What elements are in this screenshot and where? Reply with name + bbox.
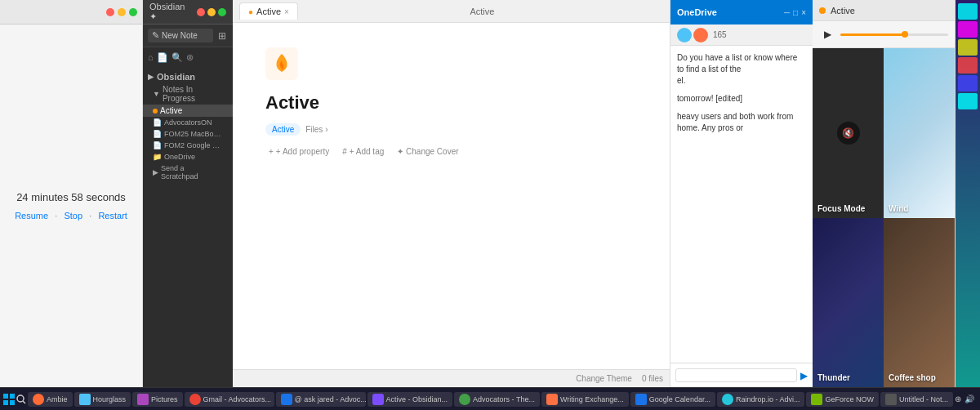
avatar-1	[677, 28, 692, 42]
thunder-bg	[813, 218, 884, 388]
thunder-label: Thunder	[817, 373, 850, 382]
obsidian-file-tree: ▶ Obsidian ▼ Notes In Progress Active 📄 …	[143, 67, 233, 387]
obs-max-btn[interactable]	[218, 8, 226, 16]
new-note-btn[interactable]: ✎ New Note	[148, 29, 213, 42]
obs-home-icon[interactable]: ⌂	[148, 52, 154, 62]
obsidian-tab-bar: ● Active × Active	[233, 0, 670, 23]
taskbar-app-calendar[interactable]: Google Calendar...	[630, 392, 715, 407]
tree-item-fom25[interactable]: 📄 FOM25 MacBook No...	[143, 128, 233, 140]
tree-item-active[interactable]: Active	[143, 105, 233, 117]
ambient-card-coffee[interactable]: Coffee shop	[884, 218, 955, 388]
timer-separator: ·	[55, 210, 57, 221]
taskbar-app-obsidian[interactable]: Active - Obsidian...	[368, 392, 453, 407]
chevron-down-icon: ▶	[148, 73, 154, 81]
tree-item-onedrive[interactable]: 📁 OneDrive	[143, 151, 233, 163]
hourglass-icon	[79, 394, 91, 405]
file-label: FOM25 MacBook No...	[164, 130, 223, 138]
gmail-icon	[189, 394, 201, 405]
taskbar-app-pictures[interactable]: Pictures	[132, 392, 183, 407]
deco-stripe-4	[958, 57, 978, 74]
wind-label: Wind	[889, 204, 908, 213]
timer-max-btn[interactable]	[129, 8, 137, 16]
chat-max-btn[interactable]: □	[793, 8, 798, 17]
chat-msg-1-text: Do you have a list or know where to find…	[677, 53, 797, 74]
note-tag-active[interactable]: Active	[265, 123, 301, 136]
obs-settings-btn[interactable]: ⊞	[216, 29, 228, 43]
obs-graph-icon[interactable]: ⊗	[186, 52, 194, 63]
taskbar-app-ambie[interactable]: Ambie	[28, 392, 73, 407]
timer-resume-btn[interactable]: Resume	[15, 210, 48, 221]
files-tab-btn[interactable]: Files ›	[305, 125, 327, 134]
timer-stop-btn[interactable]: Stop	[64, 210, 82, 221]
taskbar-app-hourglass[interactable]: Hourglass	[74, 392, 131, 407]
untitled-label: Untitled - Not...	[899, 395, 948, 403]
jared-icon	[281, 394, 292, 405]
participant-count: 165	[713, 30, 727, 39]
tree-item-notes-progress[interactable]: ▼ Notes In Progress	[143, 83, 233, 105]
geforce-icon	[811, 394, 822, 405]
timer-min-btn[interactable]	[118, 8, 126, 16]
gmail-label: Gmail - Advocators...	[203, 395, 272, 403]
volume-icon[interactable]: 🔊	[964, 394, 974, 403]
file-icon: 📄	[153, 141, 162, 149]
timer-separator2: ·	[89, 210, 91, 221]
focus-mode-bg: 🔇	[813, 48, 884, 218]
coffee-label: Coffee shop	[889, 373, 936, 382]
chat-input-field[interactable]	[675, 368, 797, 382]
taskbar-app-raindrop[interactable]: Raindrop.io - Advi...	[717, 392, 805, 407]
taskbar-right: ⊛ 🔊 🔋 10:41 AM 6/30/2023	[955, 391, 980, 408]
obsidian-main-content: ● Active × Active Active Active Files › …	[233, 0, 670, 387]
timer-controls: Resume · Stop · Restart	[15, 210, 127, 221]
taskbar-app-writing[interactable]: Writing Exchange...	[541, 392, 629, 407]
tree-item-advocators-on[interactable]: 📄 AdvocatorsON	[143, 117, 233, 128]
new-note-label: New Note	[162, 31, 198, 40]
taskbar-app-advocators[interactable]: Advocators - The...	[454, 392, 540, 407]
participant-avatars	[677, 28, 708, 42]
taskbar-search-btn[interactable]	[16, 390, 26, 409]
add-tag-btn[interactable]: # + Add tag	[339, 145, 387, 158]
taskbar-app-untitled[interactable]: Untitled - Not...	[880, 392, 953, 407]
raindrop-icon	[722, 394, 733, 405]
notes-progress-label: Notes In Progress	[163, 85, 223, 103]
folder-label: OneDrive	[164, 153, 195, 161]
note-tags: Active Files ›	[265, 123, 637, 136]
change-cover-btn[interactable]: ✦ Change Cover	[394, 145, 461, 158]
timer-close-btn[interactable]	[106, 8, 114, 16]
deco-stripe-3	[958, 39, 978, 56]
wifi-icon[interactable]: ⊛	[955, 394, 961, 403]
ambient-card-focus[interactable]: 🔇 Focus Mode	[813, 48, 884, 218]
chat-msg-3-text: heavy users and both work from home. Any…	[677, 112, 793, 132]
ambient-play-btn[interactable]: ▶	[819, 26, 835, 42]
chat-min-btn[interactable]: ─	[784, 8, 790, 17]
obs-search-icon[interactable]: 🔍	[172, 52, 183, 63]
taskbar-app-jared[interactable]: @ ask jared - Advoc...	[276, 392, 366, 407]
vault-header[interactable]: ▶ Obsidian	[143, 70, 233, 83]
taskbar-app-geforce[interactable]: GeForce NOW	[806, 392, 879, 407]
tab-label: Active	[256, 7, 281, 16]
taskbar-app-gmail[interactable]: Gmail - Advocators...	[185, 392, 274, 407]
change-cover-label: ✦ Change Cover	[397, 147, 458, 156]
obs-files-icon[interactable]: 📄	[157, 52, 168, 63]
calendar-icon	[635, 394, 647, 405]
note-action-bar: + + Add property # + Add tag ✦ Change Co…	[265, 145, 637, 158]
tree-item-fom2[interactable]: 📄 FOM2 Google Tablet...	[143, 140, 233, 151]
start-button[interactable]	[3, 390, 15, 409]
obs-min-btn[interactable]	[207, 8, 216, 16]
active-tab[interactable]: ● Active ×	[239, 2, 298, 20]
timer-restart-btn[interactable]: Restart	[98, 210, 127, 221]
obsidian-nav: ⌂ 📄 🔍 ⊗	[143, 47, 233, 67]
right-decoration	[956, 0, 980, 387]
add-property-btn[interactable]: + + Add property	[265, 145, 332, 158]
chat-send-btn[interactable]: ▶	[800, 370, 808, 381]
change-theme-btn[interactable]: Change Theme	[572, 372, 635, 385]
obs-close-btn[interactable]	[197, 8, 205, 16]
chat-close-btn[interactable]: ×	[801, 8, 806, 17]
tab-close-btn[interactable]: ×	[284, 7, 289, 16]
ambient-card-thunder[interactable]: Thunder	[813, 218, 884, 388]
tree-item-scratchpad[interactable]: ▶ Send a Scratchpad	[143, 163, 233, 182]
ambient-card-wind[interactable]: Wind	[884, 48, 955, 218]
svg-rect-2	[10, 394, 15, 399]
files-count: 0 files	[642, 374, 663, 383]
writing-icon	[546, 394, 558, 405]
ambient-volume-slider[interactable]	[840, 33, 948, 36]
